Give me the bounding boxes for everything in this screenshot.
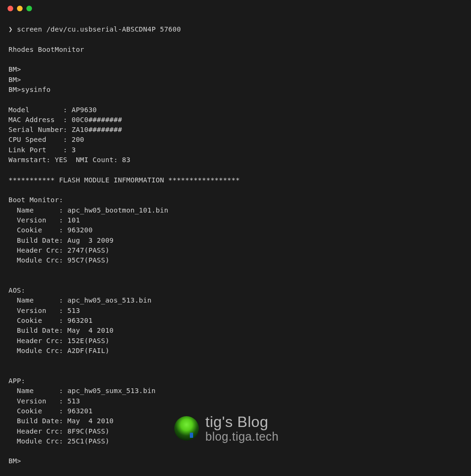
bm-prompt-3: BM> (8, 86, 21, 93)
bootmon-name: Name : apc_hw05_bootmon_101.bin (8, 206, 168, 214)
terminal-window: ❯ screen /dev/cu.usbserial-ABSCDN4P 5760… (0, 0, 471, 476)
sysinfo-warmstart: Warmstart: YES NMI Count: 83 (8, 156, 130, 164)
command-text: screen /dev/cu.usbserial-ABSCDN4P 57600 (17, 25, 181, 33)
sysinfo-model: Model : AP9630 (8, 106, 97, 114)
flash-module-header: *********** FLASH MODULE INFMORMATION **… (8, 176, 240, 184)
aos-title: AOS: (8, 287, 25, 294)
sysinfo-mac: MAC Address : 00C0######## (8, 116, 122, 123)
aos-build: Build Date: May 4 2010 (8, 327, 114, 334)
sysinfo-cpu: CPU Speed : 200 (8, 136, 84, 143)
window-titlebar (0, 0, 471, 17)
aos-module-crc: Module Crc: A2DF(FAIL) (8, 347, 109, 354)
bm-prompt-1: BM> (8, 66, 21, 73)
sysinfo-command: sysinfo (21, 86, 51, 93)
bootmon-header-crc: Header Crc: 2747(PASS) (8, 246, 109, 254)
app-cookie: Cookie : 963201 (8, 407, 93, 415)
sysinfo-serial: Serial Number: ZA10######## (8, 126, 122, 133)
bootmon-title: Boot Monitor: (8, 196, 63, 204)
sysinfo-link: Link Port : 3 (8, 146, 76, 154)
shell-prompt: ❯ (8, 25, 13, 33)
aos-cookie: Cookie : 963201 (8, 317, 93, 324)
bootmon-build: Build Date: Aug 3 2009 (8, 237, 114, 244)
aos-version: Version : 513 (8, 307, 80, 314)
boot-header: Rhodes BootMonitor (8, 46, 84, 53)
minimize-button[interactable] (17, 6, 23, 11)
bootmon-module-crc: Module Crc: 95C7(PASS) (8, 256, 109, 264)
app-title: APP: (8, 377, 25, 385)
close-button[interactable] (8, 6, 13, 11)
bootmon-version: Version : 101 (8, 216, 80, 224)
aos-header-crc: Header Crc: 152E(PASS) (8, 337, 109, 345)
app-header-crc: Header Crc: 8F9C(PASS) (8, 427, 109, 435)
app-module-crc: Module Crc: 25C1(PASS) (8, 437, 109, 445)
app-build: Build Date: May 4 2010 (8, 417, 114, 425)
bm-prompt-2: BM> (8, 76, 21, 83)
app-name: Name : apc_hw05_sumx_513.bin (8, 387, 156, 394)
aos-name: Name : apc_hw05_aos_513.bin (8, 296, 152, 304)
bm-prompt-final: BM> (8, 457, 21, 465)
maximize-button[interactable] (26, 6, 32, 11)
bootmon-cookie: Cookie : 963200 (8, 226, 93, 234)
app-version: Version : 513 (8, 397, 80, 405)
terminal-output[interactable]: ❯ screen /dev/cu.usbserial-ABSCDN4P 5760… (0, 17, 471, 474)
